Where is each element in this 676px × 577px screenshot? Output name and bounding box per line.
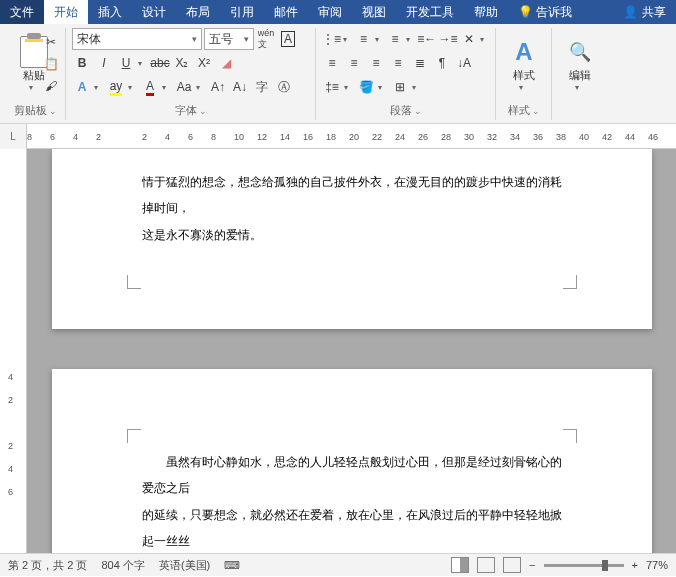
- document-scroll-area[interactable]: 情于猛烈的想念，想念给孤独的自己披件外衣，在漫无目的的踱步中快速的消耗掉时间， …: [27, 149, 676, 553]
- status-insert-mode[interactable]: ⌨: [224, 559, 240, 572]
- shrink-font-button[interactable]: A↓: [230, 77, 250, 97]
- shading-button[interactable]: 🪣: [356, 77, 376, 97]
- italic-button[interactable]: I: [94, 53, 114, 73]
- distribute-button[interactable]: ≣: [410, 53, 430, 73]
- overtype-icon: ⌨: [224, 559, 240, 571]
- format-painter-button[interactable]: 🖌: [41, 76, 61, 96]
- shrink-font-icon: A↓: [233, 80, 247, 94]
- clear-format-button[interactable]: ◢: [216, 53, 236, 73]
- eraser-icon: ◢: [222, 56, 231, 70]
- show-marks-button[interactable]: ¶: [432, 53, 452, 73]
- zoom-out-button[interactable]: −: [529, 559, 535, 571]
- menu-file[interactable]: 文件: [0, 0, 44, 24]
- body-text: 情于猛烈的想念，想念给孤独的自己披件外衣，在漫无目的的踱步中快速的消耗掉时间，: [142, 169, 562, 222]
- multilevel-button[interactable]: ≡: [386, 29, 404, 49]
- align-justify-icon: ≡: [394, 56, 401, 70]
- menu-dev[interactable]: 开发工具: [396, 0, 464, 24]
- font-name-select[interactable]: 宋体: [72, 28, 202, 50]
- menu-help[interactable]: 帮助: [464, 0, 508, 24]
- zoom-percent[interactable]: 77%: [646, 559, 668, 571]
- copy-button[interactable]: 📋: [41, 54, 61, 74]
- menu-view[interactable]: 视图: [352, 0, 396, 24]
- menu-home[interactable]: 开始: [44, 0, 88, 24]
- indent-icon: →≡: [438, 32, 457, 46]
- align-center-button[interactable]: ≡: [344, 53, 364, 73]
- circle-char-button[interactable]: Ⓐ: [274, 77, 294, 97]
- text-effects-button[interactable]: A: [72, 77, 92, 97]
- horizontal-ruler[interactable]: 8642246810121416182022242628303234363840…: [27, 124, 676, 148]
- clipboard-group-label: 剪贴板: [6, 103, 65, 120]
- phonetic-button[interactable]: wén文: [256, 29, 276, 49]
- vertical-ruler[interactable]: 42246: [0, 149, 27, 553]
- ruler-corner[interactable]: L: [0, 124, 27, 149]
- increase-indent-button[interactable]: →≡: [438, 29, 457, 49]
- cut-button[interactable]: ✂: [41, 32, 61, 52]
- brush-icon: 🖌: [45, 79, 57, 93]
- change-case-button[interactable]: Aa: [174, 77, 194, 97]
- styles-icon: A: [510, 38, 538, 66]
- enclose-char-button[interactable]: 字: [252, 77, 272, 97]
- status-words[interactable]: 804 个字: [101, 558, 144, 573]
- styles-button[interactable]: A 样式 ▾: [502, 28, 546, 102]
- align-left-button[interactable]: ≡: [322, 53, 342, 73]
- numbering-icon: ≡: [360, 32, 367, 46]
- subscript-button[interactable]: X₂: [172, 53, 192, 73]
- decrease-indent-button[interactable]: ≡←: [417, 29, 436, 49]
- paragraph-group-label: 段落: [316, 103, 495, 120]
- font-color-button[interactable]: A: [140, 77, 160, 97]
- edit-button[interactable]: 🔍 编辑 ▾: [558, 28, 602, 102]
- enclose-icon: 字: [256, 79, 268, 96]
- read-mode-button[interactable]: [451, 557, 469, 573]
- font-size-select[interactable]: 五号: [204, 28, 254, 50]
- menu-tell[interactable]: 💡 告诉我: [508, 0, 582, 24]
- align-center-icon: ≡: [350, 56, 357, 70]
- print-layout-button[interactable]: [477, 557, 495, 573]
- body-text: 虽然有时心静如水，思念的人儿轻轻点般划过心田，但那是经过刻骨铭心的爱恋之后: [142, 449, 562, 502]
- align-right-icon: ≡: [372, 56, 379, 70]
- sort-button[interactable]: ↓A: [454, 53, 474, 73]
- asian-layout-button[interactable]: ✕: [459, 29, 477, 49]
- bold-button[interactable]: B: [72, 53, 92, 73]
- underline-button[interactable]: U: [116, 53, 136, 73]
- status-page[interactable]: 第 2 页，共 2 页: [8, 558, 87, 573]
- border-icon: ⊞: [395, 80, 405, 94]
- multilevel-icon: ≡: [391, 32, 398, 46]
- menu-layout[interactable]: 布局: [176, 0, 220, 24]
- page-1[interactable]: 情于猛烈的想念，想念给孤独的自己披件外衣，在漫无目的的踱步中快速的消耗掉时间， …: [52, 149, 652, 329]
- copy-icon: 📋: [44, 57, 59, 71]
- share-button[interactable]: 👤共享: [613, 4, 676, 21]
- align-justify-button[interactable]: ≡: [388, 53, 408, 73]
- grow-font-button[interactable]: A↑: [208, 77, 228, 97]
- web-layout-button[interactable]: [503, 557, 521, 573]
- strike-icon: abc: [150, 56, 169, 70]
- zoom-slider[interactable]: [544, 564, 624, 567]
- menu-ref[interactable]: 引用: [220, 0, 264, 24]
- strike-button[interactable]: abc: [150, 53, 170, 73]
- char-border-button[interactable]: A: [278, 29, 298, 49]
- share-icon: 👤: [623, 5, 638, 19]
- align-right-button[interactable]: ≡: [366, 53, 386, 73]
- numbering-button[interactable]: ≡: [354, 29, 372, 49]
- sort-icon: ↓A: [457, 56, 471, 70]
- chevron-down-icon: ▾: [29, 83, 39, 92]
- pilcrow-icon: ¶: [439, 56, 445, 70]
- superscript-button[interactable]: X²: [194, 53, 214, 73]
- line-spacing-button[interactable]: ‡≡: [322, 77, 342, 97]
- distribute-icon: ≣: [415, 56, 425, 70]
- subscript-icon: X₂: [175, 56, 188, 70]
- case-icon: Aa: [177, 80, 192, 94]
- body-text: 的延续，只要想念，就必然还在爱着，放在心里，在风浪过后的平静中轻轻地掀起一丝丝: [142, 502, 562, 553]
- menu-design[interactable]: 设计: [132, 0, 176, 24]
- zoom-in-button[interactable]: +: [632, 559, 638, 571]
- status-lang[interactable]: 英语(美国): [159, 558, 210, 573]
- menu-mail[interactable]: 邮件: [264, 0, 308, 24]
- menu-insert[interactable]: 插入: [88, 0, 132, 24]
- borders-button[interactable]: ⊞: [390, 77, 410, 97]
- highlight-button[interactable]: ay: [106, 77, 126, 97]
- page-2[interactable]: 虽然有时心静如水，思念的人儿轻轻点般划过心田，但那是经过刻骨铭心的爱恋之后 的延…: [52, 369, 652, 553]
- crop-mark: [563, 429, 577, 443]
- line-spacing-icon: ‡≡: [325, 80, 339, 94]
- asian-icon: ✕: [464, 32, 474, 46]
- bullets-button[interactable]: ⋮≡: [322, 29, 341, 49]
- menu-review[interactable]: 审阅: [308, 0, 352, 24]
